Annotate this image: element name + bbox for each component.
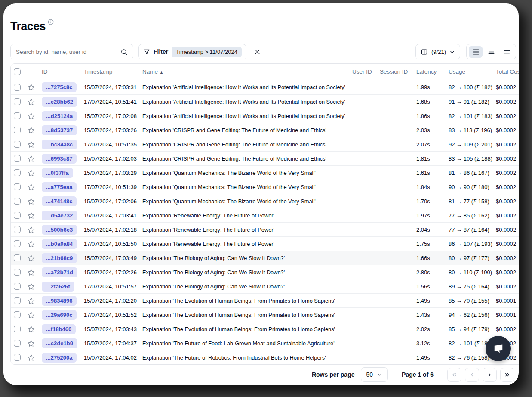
row-checkbox[interactable]: [14, 183, 21, 190]
column-header-latency[interactable]: Latency: [413, 68, 445, 75]
row-checkbox[interactable]: [14, 269, 21, 276]
star-icon[interactable]: [28, 297, 35, 304]
table-row[interactable]: ...f18b460 15/07/2024, 17:03:43 Explanat…: [11, 322, 519, 336]
row-checkbox[interactable]: [14, 240, 21, 247]
row-checkbox[interactable]: [14, 254, 21, 261]
first-page-button[interactable]: [447, 368, 461, 382]
trace-id-badge[interactable]: ...a72b71d: [42, 267, 77, 277]
table-row[interactable]: ...500b6e3 15/07/2024, 17:02:18 Explanat…: [11, 222, 519, 236]
density-compact-button[interactable]: [469, 46, 483, 58]
trace-id-badge[interactable]: ...d25124a: [42, 111, 77, 121]
star-icon[interactable]: [28, 183, 35, 191]
trace-id-badge[interactable]: ...c2de1b9: [42, 338, 77, 348]
last-page-button[interactable]: [500, 368, 514, 382]
table-row[interactable]: ...bc84a8c 17/07/2024, 10:51:35 Explanat…: [11, 137, 519, 151]
clear-filter-button[interactable]: [254, 49, 261, 55]
trace-id-badge[interactable]: ...e28bb62: [42, 97, 77, 107]
trace-id-badge[interactable]: ...7275c8c: [42, 82, 77, 92]
table-row[interactable]: ...8d53737 15/07/2024, 17:03:26 Explanat…: [11, 123, 519, 137]
column-header-id[interactable]: ID: [38, 68, 80, 75]
trace-id-badge[interactable]: ...9834896: [42, 296, 77, 306]
column-header-total-cost[interactable]: Total Cost: [492, 68, 519, 75]
rows-per-page-select[interactable]: 50: [361, 367, 388, 382]
table-row[interactable]: ...9834896 15/07/2024, 17:02:20 Explanat…: [11, 293, 519, 307]
trace-id-badge[interactable]: ...0f37ffa: [42, 168, 73, 178]
column-visibility-button[interactable]: (9/21): [415, 44, 460, 59]
star-icon[interactable]: [28, 127, 35, 134]
trace-id-badge[interactable]: ...d54e732: [42, 211, 77, 220]
star-icon[interactable]: [28, 269, 35, 276]
density-medium-button[interactable]: [484, 46, 498, 58]
row-checkbox[interactable]: [14, 169, 21, 176]
star-icon[interactable]: [28, 254, 35, 262]
trace-id-badge[interactable]: ...474148c: [42, 196, 77, 206]
density-comfortable-button[interactable]: [500, 46, 514, 58]
trace-id-badge[interactable]: ...bc84a8c: [42, 140, 77, 149]
table-row[interactable]: ...2fa626f 17/07/2024, 10:51:57 Explanat…: [11, 279, 519, 293]
row-checkbox[interactable]: [14, 155, 21, 162]
next-page-button[interactable]: [483, 368, 497, 382]
star-icon[interactable]: [28, 226, 35, 233]
row-checkbox[interactable]: [14, 354, 21, 361]
select-all-checkbox[interactable]: [14, 68, 21, 75]
star-icon[interactable]: [28, 84, 35, 91]
table-row[interactable]: ...c2de1b9 15/07/2024, 17:04:37 Explanat…: [11, 336, 519, 350]
trace-id-badge[interactable]: ...b0a0a84: [42, 239, 77, 249]
column-header-name[interactable]: Name▲: [139, 68, 349, 75]
row-checkbox[interactable]: [14, 283, 21, 290]
trace-id-badge[interactable]: ...2fa626f: [42, 282, 74, 292]
table-row[interactable]: ...a72b71d 15/07/2024, 17:02:26 Explanat…: [11, 265, 519, 279]
column-header-usage[interactable]: Usage: [445, 68, 492, 75]
table-row[interactable]: ...21b68c9 15/07/2024, 17:03:49 Explanat…: [11, 251, 519, 265]
filter-button[interactable]: Filter Timestamp > 11/07/2024: [138, 44, 246, 59]
star-icon[interactable]: [28, 326, 35, 333]
filter-chip[interactable]: Timestamp > 11/07/2024: [172, 47, 242, 57]
row-checkbox[interactable]: [14, 98, 21, 105]
table-row[interactable]: ...b0a0a84 17/07/2024, 10:51:50 Explanat…: [11, 236, 519, 251]
column-header-user-id[interactable]: User ID: [349, 68, 376, 75]
row-checkbox[interactable]: [14, 340, 21, 347]
table-row[interactable]: ...275200a 15/07/2024, 17:04:02 Explanat…: [11, 350, 519, 364]
row-checkbox[interactable]: [14, 326, 21, 332]
row-checkbox[interactable]: [14, 141, 21, 148]
star-icon[interactable]: [28, 155, 35, 162]
star-icon[interactable]: [28, 311, 35, 319]
star-icon[interactable]: [28, 212, 35, 219]
info-icon[interactable]: [48, 19, 54, 25]
search-button[interactable]: [115, 44, 133, 59]
trace-id-badge[interactable]: ...8d53737: [42, 125, 77, 135]
star-icon[interactable]: [28, 340, 35, 347]
row-checkbox[interactable]: [14, 212, 21, 219]
table-row[interactable]: ...e28bb62 17/07/2024, 10:51:41 Explanat…: [11, 94, 519, 109]
trace-id-badge[interactable]: ...a775eaa: [42, 182, 77, 192]
trace-id-badge[interactable]: ...f18b460: [42, 324, 76, 334]
chat-widget-button[interactable]: [486, 336, 511, 361]
trace-id-badge[interactable]: ...6993c87: [42, 154, 77, 164]
row-checkbox[interactable]: [14, 311, 21, 318]
star-icon[interactable]: [28, 240, 35, 248]
star-icon[interactable]: [28, 112, 35, 120]
star-icon[interactable]: [28, 283, 35, 290]
star-icon[interactable]: [28, 141, 35, 148]
table-row[interactable]: ...a775eaa 17/07/2024, 10:51:39 Explanat…: [11, 180, 519, 194]
table-row[interactable]: ...0f37ffa 15/07/2024, 17:03:29 Explanat…: [11, 165, 519, 180]
table-row[interactable]: ...29a690c 17/07/2024, 10:51:52 Explanat…: [11, 307, 519, 322]
star-icon[interactable]: [28, 98, 35, 105]
row-checkbox[interactable]: [14, 297, 21, 304]
table-row[interactable]: ...6993c87 15/07/2024, 17:02:03 Explanat…: [11, 151, 519, 165]
trace-id-badge[interactable]: ...21b68c9: [42, 253, 77, 263]
table-row[interactable]: ...d25124a 15/07/2024, 17:02:08 Explanat…: [11, 109, 519, 123]
trace-id-badge[interactable]: ...500b6e3: [42, 225, 77, 235]
star-icon[interactable]: [28, 198, 35, 205]
table-row[interactable]: ...474148c 15/07/2024, 17:02:06 Explanat…: [11, 194, 519, 208]
row-checkbox[interactable]: [14, 226, 21, 233]
row-checkbox[interactable]: [14, 127, 21, 133]
row-checkbox[interactable]: [14, 112, 21, 119]
search-input[interactable]: [11, 44, 115, 59]
previous-page-button[interactable]: [465, 368, 479, 382]
row-checkbox[interactable]: [14, 198, 21, 205]
column-header-timestamp[interactable]: Timestamp: [80, 68, 139, 75]
column-header-session-id[interactable]: Session ID: [376, 68, 413, 75]
trace-id-badge[interactable]: ...29a690c: [42, 310, 77, 320]
row-checkbox[interactable]: [14, 84, 21, 91]
